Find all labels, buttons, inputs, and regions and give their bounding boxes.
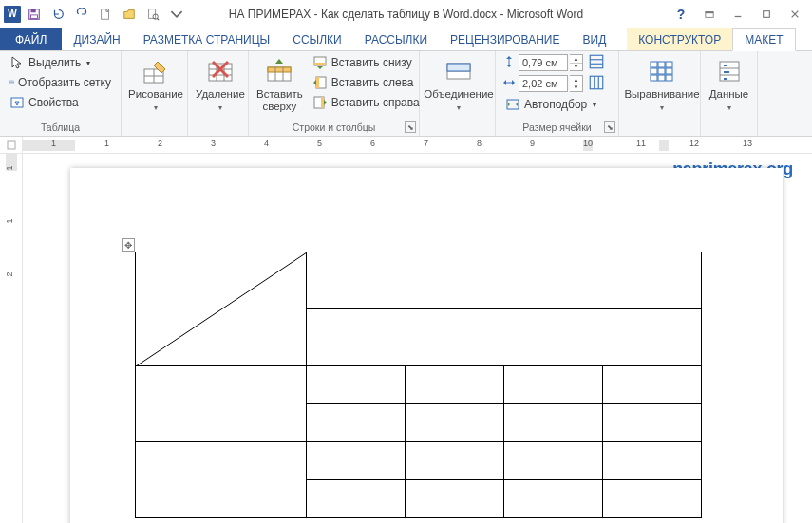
insert-right-button[interactable]: Вставить справа [309, 93, 424, 112]
table-cell[interactable] [307, 480, 406, 518]
insert-below-button[interactable]: Вставить снизу [309, 53, 424, 72]
delete-button[interactable]: Удаление▾ [194, 53, 247, 120]
minimize-icon[interactable] [725, 5, 751, 24]
svg-rect-21 [209, 64, 232, 81]
svg-rect-40 [447, 64, 470, 71]
table-cell[interactable] [406, 442, 504, 480]
table-cell[interactable] [603, 442, 702, 480]
window-title: НА ПРИМЕРАХ - Как сделать таблицу в Word… [229, 8, 583, 21]
table-cell[interactable] [504, 404, 603, 442]
svg-rect-51 [658, 62, 665, 67]
group-label-cell-size: Размер ячейки⬊ [501, 120, 613, 136]
ruler-tick: 12 [689, 139, 699, 148]
svg-rect-52 [666, 62, 672, 67]
properties-button[interactable]: Свойства [6, 93, 115, 112]
svg-line-63 [136, 252, 306, 365]
distribute-cols-icon[interactable] [588, 74, 605, 94]
tab-file[interactable]: ФАЙЛ [0, 28, 62, 50]
select-button[interactable]: Выделить▾ [6, 53, 115, 72]
table-cell[interactable] [136, 366, 307, 442]
table-cell[interactable] [406, 404, 504, 442]
alignment-button[interactable]: Выравнивание▾ [625, 53, 699, 120]
tab-references[interactable]: ССЫЛКИ [281, 28, 352, 50]
close-icon[interactable] [782, 5, 808, 24]
svg-rect-58 [666, 75, 672, 81]
table-cell[interactable] [307, 442, 406, 480]
distribute-rows-icon[interactable] [588, 53, 605, 73]
show-grid-button[interactable]: Отобразить сетку [6, 73, 115, 92]
data-button[interactable]: Данные▾ [707, 53, 751, 120]
svg-rect-35 [316, 77, 319, 88]
qat-customize-icon[interactable] [166, 4, 187, 25]
table-cell[interactable] [136, 442, 307, 518]
row-height-icon [501, 54, 517, 72]
table-cell[interactable] [504, 442, 603, 480]
align-grid-icon [647, 56, 677, 86]
table-move-handle[interactable]: ✥ [122, 238, 135, 252]
table-cell[interactable] [504, 366, 603, 404]
ruler-tick: 7 [424, 139, 428, 148]
ruler-tick: 3 [211, 139, 216, 148]
ruler-tick: 2 [158, 139, 162, 148]
col-width-icon [501, 75, 517, 93]
maximize-icon[interactable] [753, 5, 780, 24]
tab-constructor[interactable]: КОНСТРУКТОР [627, 28, 732, 50]
table-cell[interactable] [307, 309, 702, 366]
preview-icon[interactable] [142, 4, 163, 25]
table-cell[interactable] [603, 404, 702, 442]
insert-left-button[interactable]: Вставить слева [309, 73, 424, 92]
svg-rect-56 [651, 75, 657, 81]
table-cell[interactable] [307, 366, 406, 404]
insert-above-button[interactable]: Вставить сверху [255, 53, 305, 120]
autofit-button[interactable]: Автоподбор▾ [501, 95, 613, 114]
insert-below-icon [312, 55, 328, 70]
document-table[interactable] [135, 252, 702, 518]
svg-rect-53 [651, 68, 657, 74]
tab-review[interactable]: РЕЦЕНЗИРОВАНИЕ [439, 28, 571, 50]
table-cell-diagonal[interactable] [136, 252, 307, 366]
delete-table-icon [205, 56, 236, 86]
new-doc-icon[interactable] [95, 4, 116, 25]
ruler-tick: 2 [5, 271, 14, 276]
row-height-input[interactable]: 0,79 см [519, 54, 568, 71]
help-icon[interactable]: ? [668, 5, 694, 24]
col-width-spinner[interactable]: ▲▼ [570, 75, 583, 92]
draw-button[interactable]: Рисование▾ [127, 53, 184, 120]
col-width-input[interactable]: 2,02 см [519, 75, 568, 92]
tab-page-layout[interactable]: РАЗМЕТКА СТРАНИЦЫ [132, 28, 282, 50]
svg-rect-50 [651, 62, 657, 67]
ruler-tick: 8 [477, 139, 482, 148]
tab-view[interactable]: ВИД [572, 28, 618, 50]
ruler-tick: 1 [5, 218, 14, 223]
table-cell[interactable] [406, 480, 504, 518]
svg-rect-62 [8, 141, 15, 149]
grid-icon [9, 75, 14, 90]
document-view[interactable]: naprimerax.org ✥ [23, 154, 812, 523]
ruler-tick: 4 [264, 139, 269, 148]
tab-design[interactable]: ДИЗАЙН [62, 28, 131, 50]
ruler-corner [0, 137, 23, 153]
table-cell[interactable] [504, 480, 603, 518]
svg-rect-29 [268, 67, 291, 72]
ribbon-display-icon[interactable] [696, 5, 723, 24]
table-cell[interactable] [603, 366, 702, 404]
svg-line-6 [157, 18, 159, 20]
merge-button[interactable]: Объединение▾ [425, 53, 492, 120]
ruler-tick: 1 [104, 139, 109, 148]
cell-size-dialog-icon[interactable]: ⬊ [604, 121, 615, 133]
ruler-tick: 6 [370, 139, 375, 148]
properties-icon [9, 95, 25, 110]
undo-icon[interactable] [47, 4, 68, 25]
table-cell[interactable] [307, 404, 406, 442]
table-cell[interactable] [603, 480, 702, 518]
table-cell[interactable] [307, 252, 702, 309]
open-icon[interactable] [119, 4, 140, 25]
save-icon[interactable] [24, 4, 45, 25]
table-cell[interactable] [406, 366, 504, 404]
row-height-spinner[interactable]: ▲▼ [570, 54, 583, 71]
group-label-table: Таблица [6, 120, 115, 136]
tab-mailings[interactable]: РАССЫЛКИ [353, 28, 439, 50]
redo-icon[interactable] [71, 4, 92, 25]
tab-layout-maket[interactable]: МАКЕТ [732, 28, 795, 51]
rows-cols-dialog-icon[interactable]: ⬊ [405, 121, 416, 133]
